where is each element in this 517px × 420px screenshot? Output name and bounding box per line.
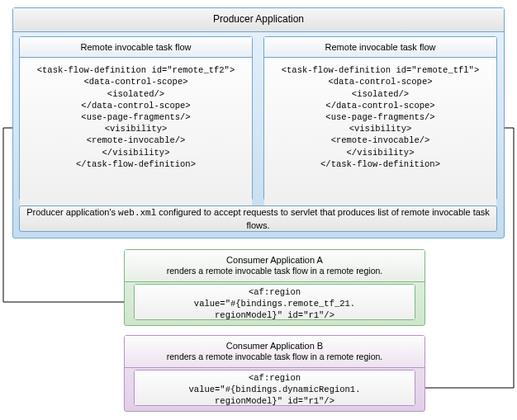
producer-note-pre: Producer application's	[26, 207, 118, 217]
diagram-canvas: Producer Application Remote invocable ta…	[0, 0, 517, 420]
taskflow-right-title: Remote invocable task flow	[264, 37, 496, 58]
consumer-a-subtitle: renders a remote invocable task flow in …	[130, 266, 420, 277]
consumer-b-title: Consumer Application B	[130, 340, 420, 352]
producer-note: Producer application's web.xml configure…	[19, 205, 497, 232]
taskflow-left-code: <task-flow-definition id="remote_tf2"> <…	[20, 58, 252, 211]
taskflow-right-code: <task-flow-definition id="remote_tfl"> <…	[264, 58, 496, 211]
producer-note-mono: web.xml	[118, 208, 156, 218]
consumer-a-region-code: <af:region value="#{bindings.remote_tf_2…	[135, 285, 415, 319]
consumer-a-title-block: Consumer Application A renders a remote …	[125, 250, 425, 282]
consumer-a-title: Consumer Application A	[130, 254, 420, 266]
producer-title: Producer Application	[13, 8, 504, 32]
consumer-b-region-box: <af:region value="#{bindings.dynamicRegi…	[134, 370, 415, 406]
consumer-b-region-code: <af:region value="#{bindings.dynamicRegi…	[135, 370, 415, 405]
consumer-b-subtitle: renders a remote invocable task flow in …	[130, 352, 420, 363]
remote-taskflow-box-right: Remote invocable task flow <task-flow-de…	[263, 36, 497, 201]
consumer-a-region-box: <af:region value="#{bindings.remote_tf_2…	[134, 284, 415, 320]
taskflow-left-title: Remote invocable task flow	[20, 37, 252, 58]
remote-taskflow-box-left: Remote invocable task flow <task-flow-de…	[19, 36, 253, 201]
producer-note-post: configured to accept requests to servlet…	[156, 207, 490, 229]
consumer-b-title-block: Consumer Application B renders a remote …	[125, 336, 425, 368]
